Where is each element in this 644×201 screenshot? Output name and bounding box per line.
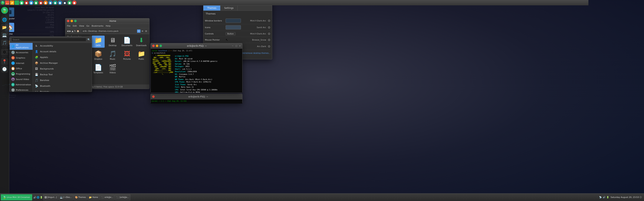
files-launcher-icon[interactable]: 📁 <box>10 0 14 5</box>
fm-up-button[interactable]: ▲ <box>72 30 73 32</box>
app-menu-search-input[interactable] <box>11 38 86 41</box>
dock-menu-icon[interactable]: 🍃 <box>1 7 8 14</box>
terminal-close-icon[interactable]: × <box>239 45 241 47</box>
app-bluetooth[interactable]: 📡 Bluetooth <box>33 83 92 89</box>
category-all-applications[interactable]: 🔷 All Applications <box>10 43 32 50</box>
app-applets[interactable]: 🧩 Applets <box>33 54 92 60</box>
terminal-body[interactable]: [erik localhost ] ~ [Sat Aug 20, 11:47] … <box>151 49 242 93</box>
fm-item-Downloads[interactable]: ⬇ Downloads <box>135 36 148 48</box>
red2-launcher-icon[interactable]: ● <box>39 0 43 5</box>
fm-item-DATA[interactable]: 📁 DATA <box>92 36 105 48</box>
blue2-launcher-icon[interactable]: ● <box>48 0 52 5</box>
category-office[interactable]: 📄 Office <box>10 66 32 71</box>
dock-files-icon[interactable]: 📂 <box>1 24 8 31</box>
taskbar-imgur-app[interactable]: 🖼 [Imguri...] <box>43 194 58 201</box>
green2-launcher-icon[interactable]: ● <box>34 0 38 5</box>
fm-icon-view-button[interactable]: ⊞ <box>137 29 140 33</box>
fm-item-Music[interactable]: 🎵 Music <box>106 49 119 61</box>
terminal2-close-button[interactable] <box>152 95 155 98</box>
terminal-maximize-button[interactable] <box>160 45 162 47</box>
tray-battery-icon[interactable]: 🔋 <box>606 196 609 199</box>
fm-item-Templates[interactable]: 📄 Templates <box>92 63 105 75</box>
fm-breadcrumb-themes[interactable]: themes-icons-pack <box>99 30 119 32</box>
dock-recent-icon[interactable]: 🕐 <box>1 66 8 73</box>
fm-home-button[interactable]: 🏠 <box>77 30 79 32</box>
themes-window-borders-edit-icon[interactable]: ⚙ <box>268 19 270 22</box>
menu-launcher-icon[interactable]: 🍃 <box>1 1 4 4</box>
dock-settings-icon[interactable]: ⚙ <box>1 49 8 55</box>
fm-item-Videos[interactable]: 🎬 Videos <box>106 63 119 75</box>
category-graphics[interactable]: 🎨 Graphics <box>10 55 32 60</box>
taskbar-terminal1-app[interactable]: ⬛ erik@e... <box>100 194 114 201</box>
dock-terminal-icon[interactable]: 💻 <box>1 32 8 38</box>
taskbar-start-button[interactable]: 🍃 Linux Mint 18 Cinnamon <box>1 194 32 201</box>
terminal-minimize-icon[interactable]: − <box>232 45 234 47</box>
app-backup-tool[interactable]: 💾 Backup Tool <box>33 72 92 77</box>
green3-launcher-icon[interactable]: ● <box>68 0 72 5</box>
taskbar-tray-sound[interactable]: 🔊 <box>33 196 36 199</box>
blue1-launcher-icon[interactable]: ● <box>29 0 33 5</box>
dock-spotify-icon[interactable]: 🎵 <box>1 39 8 46</box>
spotify-launcher-icon[interactable]: 🎵 <box>15 0 19 5</box>
category-preferences[interactable]: ⚙ Preferences <box>10 87 32 92</box>
fm-breadcrumb-user[interactable]: erik <box>83 30 87 32</box>
app-backgrounds[interactable]: 🖼 Backgrounds <box>33 66 92 72</box>
tray-volume-icon[interactable]: 🔊 <box>603 196 606 199</box>
fm-item-Dropbox[interactable]: 📦 Dropbox <box>92 49 105 61</box>
category-administration[interactable]: ⚙ Administration <box>10 82 32 87</box>
fm-menu-go[interactable]: Go <box>86 25 89 27</box>
red3-launcher-icon[interactable]: ● <box>72 0 76 5</box>
category-internet[interactable]: 🌐 Internet <box>10 60 32 66</box>
fm-menu-view[interactable]: View <box>79 25 84 27</box>
fm-item-Public[interactable]: 📁 Public <box>135 49 148 61</box>
taskbar-themes-app[interactable]: 🎨 Themes <box>74 194 88 201</box>
category-programming[interactable]: 💻 Programming <box>10 71 32 77</box>
fm-compact-view-button[interactable]: ⊟ <box>144 29 148 33</box>
app-banshee[interactable]: 🎵 Banshee <box>33 77 92 83</box>
red1-launcher-icon[interactable]: ● <box>24 0 28 5</box>
terminal-minimize-button[interactable] <box>156 45 158 47</box>
orange-launcher-icon[interactable]: ● <box>44 0 48 5</box>
fm-menu-file[interactable]: File <box>67 25 70 27</box>
dock-browser-icon[interactable]: 🌐 <box>1 16 8 23</box>
fm-list-view-button[interactable]: ≡ <box>141 29 144 33</box>
taskbar-terminal2-app[interactable]: ⬛ [erik@e... <box>115 194 130 201</box>
green-launcher-icon[interactable]: ● <box>20 0 24 5</box>
tray-network-icon[interactable]: 📡 <box>599 196 602 199</box>
app-brackets[interactable]: { } Brackets <box>33 89 92 92</box>
fm-breadcrumb-desktop[interactable]: Desktop <box>88 30 97 32</box>
themes-mouse-pointer-edit-icon[interactable]: ⚙ <box>268 38 270 42</box>
dock-places-icon[interactable]: 📍 <box>1 58 8 65</box>
blue4-launcher-icon[interactable]: ● <box>63 0 67 5</box>
app-accessibility[interactable]: ♿ Accessibility <box>33 43 92 49</box>
themes-controls-edit-icon[interactable]: ⚙ <box>268 32 270 36</box>
category-sound-video[interactable]: 🎬 Sound Video <box>10 77 32 82</box>
fm-menu-bookmarks[interactable]: Bookmarks <box>92 25 103 27</box>
fm-menu-edit[interactable]: Edit <box>73 25 77 27</box>
taskbar-tray-power[interactable]: 🔋 <box>40 196 43 199</box>
teal-launcher-icon[interactable]: ● <box>53 0 57 5</box>
themes-icons-edit-icon[interactable]: ⚙ <box>268 26 270 29</box>
file-manager-minimize-button[interactable] <box>70 20 73 22</box>
app-account-details[interactable]: 👤 Account details <box>33 49 92 54</box>
category-accessories[interactable]: 🔧 Accessories <box>10 50 32 55</box>
taskbar-desktop-app[interactable]: 💻 [~/Des... <box>58 194 73 201</box>
themes-desktop-edit-icon[interactable]: ⚙ <box>268 45 270 48</box>
fm-reload-button[interactable]: ↻ <box>74 30 76 32</box>
terminal-maximize-icon[interactable]: □ <box>235 45 237 47</box>
fm-item-Pictures[interactable]: 🖼 Pictures <box>120 49 134 61</box>
tab-settings[interactable]: Settings <box>220 5 238 10</box>
fm-item-Documents[interactable]: 📄 Documents <box>120 36 134 48</box>
firefox-launcher-icon[interactable]: 🦊 <box>5 0 10 5</box>
app-archive-manager[interactable]: 📦 Archive Manager <box>33 60 92 66</box>
tab-themes[interactable]: Themes <box>203 5 220 10</box>
file-manager-close-button[interactable] <box>67 20 70 22</box>
fm-menu-help[interactable]: Help <box>106 25 110 27</box>
fm-item-Desktop[interactable]: 🖥 Desktop <box>106 36 119 48</box>
blue3-launcher-icon[interactable]: ● <box>58 0 62 5</box>
fm-forward-button[interactable]: ▶ <box>69 30 71 32</box>
terminal-close-button[interactable] <box>152 45 155 47</box>
fm-back-button[interactable]: ◀ <box>67 30 68 32</box>
file-manager-maximize-button[interactable] <box>74 20 77 22</box>
taskbar-tray-network[interactable]: 🌐 <box>36 196 40 199</box>
